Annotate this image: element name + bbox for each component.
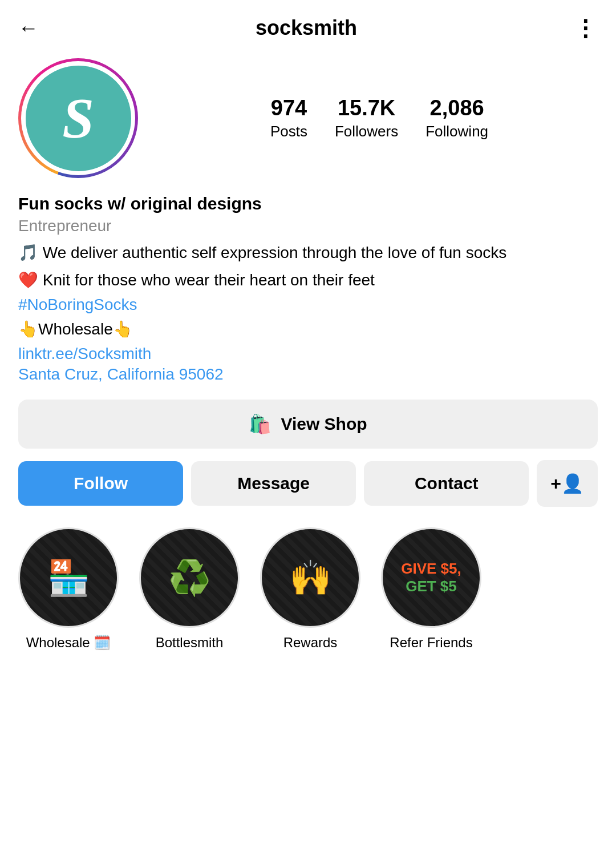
bio-line-1: 🎵 We deliver authentic self expression t… — [18, 241, 598, 265]
highlight-refer-friends[interactable]: GIVE $5, GET $5 Refer Friends — [381, 527, 481, 651]
highlight-rewards[interactable]: 🙌 Rewards — [260, 527, 360, 651]
avatar[interactable]: S — [18, 58, 138, 178]
bio-line-2: ❤️ Knit for those who wear their heart o… — [18, 268, 598, 292]
profile-top-row: S 974 Posts 15.7K Followers 2,086 Follow… — [18, 58, 598, 178]
profile-section: S 974 Posts 15.7K Followers 2,086 Follow… — [0, 49, 616, 178]
posts-count: 974 — [271, 96, 307, 120]
highlight-wholesale-label: Wholesale 🗓️ — [26, 635, 111, 651]
following-label: Following — [425, 123, 488, 140]
highlights-section: 🏪 Wholesale 🗓️ ♻️ Bottlesmith 🙌 Rewards … — [0, 527, 616, 651]
followers-label: Followers — [335, 123, 398, 140]
view-shop-label: View Shop — [281, 414, 367, 434]
highlight-bottlesmith[interactable]: ♻️ Bottlesmith — [139, 527, 240, 651]
following-count: 2,086 — [430, 96, 484, 120]
app-header: ← socksmith ⋮ — [0, 0, 616, 49]
more-options-button[interactable]: ⋮ — [574, 22, 598, 34]
followers-count: 15.7K — [338, 96, 395, 120]
contact-button[interactable]: Contact — [364, 461, 529, 506]
stat-following[interactable]: 2,086 Following — [425, 96, 488, 140]
stats-row: 974 Posts 15.7K Followers 2,086 Followin… — [161, 96, 598, 140]
add-friend-button[interactable]: +👤 — [537, 460, 598, 507]
highlight-wholesale[interactable]: 🏪 Wholesale 🗓️ — [18, 527, 119, 651]
bio-display-name: Fun socks w/ original designs — [18, 194, 598, 213]
back-button[interactable]: ← — [18, 16, 39, 40]
shop-bag-icon: 🛍️ — [249, 413, 271, 435]
highlight-bottlesmith-label: Bottlesmith — [156, 635, 224, 651]
bio-category: Entrepreneur — [18, 217, 598, 235]
bio-hashtag[interactable]: #NoBoringSocks — [18, 296, 598, 314]
highlights-row: 🏪 Wholesale 🗓️ ♻️ Bottlesmith 🙌 Rewards … — [18, 527, 598, 651]
bio-location[interactable]: Santa Cruz, California 95062 — [18, 365, 598, 384]
avatar-letter: S — [62, 90, 94, 147]
bio-section: Fun socks w/ original designs Entreprene… — [0, 194, 616, 384]
highlight-refer-label: Refer Friends — [390, 635, 472, 651]
message-button[interactable]: Message — [191, 461, 356, 506]
stat-posts[interactable]: 974 Posts — [270, 96, 307, 140]
highlight-rewards-label: Rewards — [283, 635, 338, 651]
bio-link[interactable]: linktr.ee/Socksmith — [18, 345, 598, 363]
posts-label: Posts — [270, 123, 307, 140]
header-title: socksmith — [256, 16, 357, 40]
action-buttons-row: Follow Message Contact +👤 — [0, 460, 616, 507]
view-shop-button[interactable]: 🛍️ View Shop — [18, 400, 598, 449]
bio-wholesale: 👆Wholesale👆 — [18, 317, 598, 341]
follow-button[interactable]: Follow — [18, 461, 183, 506]
add-person-icon: +👤 — [550, 473, 584, 494]
stat-followers[interactable]: 15.7K Followers — [335, 96, 398, 140]
